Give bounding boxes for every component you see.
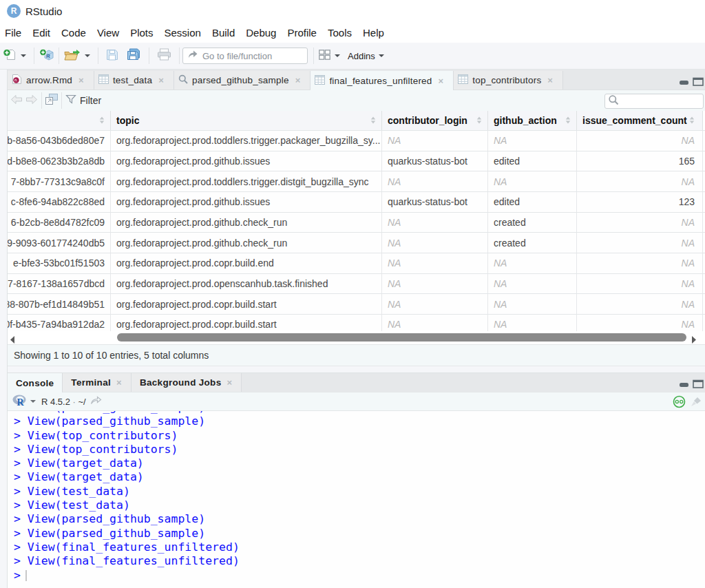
column-header-label: github_action xyxy=(494,115,565,126)
console-tab-terminal[interactable]: Terminal× xyxy=(63,373,131,392)
filter-button[interactable]: Filter xyxy=(80,95,101,106)
horizontal-scrollbar[interactable] xyxy=(8,331,705,344)
cell-github_action: created xyxy=(488,213,577,233)
open-recent-dropdown[interactable] xyxy=(81,45,94,66)
close-tab-icon[interactable]: × xyxy=(158,75,165,85)
open-directory-icon[interactable] xyxy=(90,395,102,408)
goto-file-input[interactable]: Go to file/function xyxy=(182,48,308,64)
data-table-icon xyxy=(315,75,325,87)
cell-topic: org.fedoraproject.prod.github.check_run xyxy=(111,213,382,233)
r-logo-icon[interactable]: R xyxy=(12,395,28,409)
column-header-contributor_login[interactable]: contributor_login xyxy=(382,111,488,130)
table-row: 88-807b-ef1d14849b51org.fedoraproject.pr… xyxy=(8,294,705,315)
print-button[interactable] xyxy=(156,45,172,66)
addins-button[interactable]: Addins xyxy=(348,51,375,61)
close-tab-icon[interactable]: × xyxy=(295,75,302,85)
scrollbar-thumb[interactable] xyxy=(117,333,686,342)
console-line: > View(parsed_github_sample) xyxy=(14,527,705,540)
data-table-icon xyxy=(458,74,468,86)
clear-console-icon[interactable] xyxy=(691,397,702,410)
scroll-left-icon[interactable] xyxy=(10,334,15,346)
editor-tab-final_features_unfiltered[interactable]: final_features_unfiltered× xyxy=(311,71,454,90)
scroll-right-icon[interactable] xyxy=(691,334,697,346)
back-icon[interactable] xyxy=(10,94,23,107)
addins-dropdown[interactable] xyxy=(375,45,388,66)
maximize-pane-icon[interactable] xyxy=(693,379,704,391)
console-tab-console[interactable]: Console xyxy=(8,373,63,392)
cell-id: 0b-8a56-043b6ded80e7 xyxy=(8,131,111,151)
minimize-pane-icon[interactable] xyxy=(679,379,689,391)
cell-github_action: NA xyxy=(488,294,577,314)
cell-contributor_login: NA xyxy=(382,233,488,253)
forward-icon[interactable] xyxy=(25,94,38,107)
editor-tab-parsed_github_sample[interactable]: parsed_github_sample× xyxy=(174,71,311,90)
save-all-button[interactable] xyxy=(126,45,142,66)
cell-topic: org.fedoraproject.prod.copr.build.start xyxy=(111,315,382,331)
cell-contributor_login: NA xyxy=(382,171,488,191)
table-search-input[interactable] xyxy=(604,94,704,109)
console-line: > View(target_data) xyxy=(14,470,705,484)
menu-session[interactable]: Session xyxy=(159,25,207,41)
new-file-button[interactable] xyxy=(2,45,17,66)
popout-window-icon[interactable] xyxy=(45,94,58,107)
console-line: > View(final_features_unfiltered) xyxy=(14,540,705,554)
editor-tab-top_contributors[interactable]: top_contributors× xyxy=(454,71,563,90)
menu-profile[interactable]: Profile xyxy=(282,25,322,41)
cell-contributor_login: quarkus-status-bot xyxy=(382,151,488,171)
editor-tab-label: top_contributors xyxy=(472,75,541,85)
new-file-dropdown[interactable] xyxy=(17,45,30,66)
editor-tab-bar: arrow.Rmd×test_data×parsed_github_sample… xyxy=(8,70,705,90)
cell-contributor_login: NA xyxy=(382,213,488,233)
column-header-issue_comment_count[interactable]: issue_comment_count xyxy=(577,111,703,130)
menu-code[interactable]: Code xyxy=(56,25,92,41)
menu-debug[interactable]: Debug xyxy=(240,25,282,41)
table-status-bar: Showing 1 to 10 of 10 entries, 5 total c… xyxy=(8,344,705,366)
rstudio-window: R RStudio FileEditCodeViewPlotsSessionBu… xyxy=(0,0,705,588)
close-tab-icon[interactable]: × xyxy=(78,75,85,85)
editor-tab-test_data[interactable]: test_data× xyxy=(94,71,174,90)
column-header-rownames[interactable] xyxy=(8,111,111,130)
cell-contributor_login: NA xyxy=(382,315,488,331)
minimize-pane-icon[interactable] xyxy=(679,76,689,89)
cell-topic: org.fedoraproject.prod.github.issues xyxy=(111,151,382,171)
column-header-label: contributor_login xyxy=(388,115,476,126)
menu-edit[interactable]: Edit xyxy=(27,25,56,41)
data-table-icon xyxy=(98,74,109,86)
menu-tools[interactable]: Tools xyxy=(322,25,357,41)
editor-tab-arrow.Rmd[interactable]: arrow.Rmd× xyxy=(8,71,94,90)
editor-tab-label: parsed_github_sample xyxy=(192,75,289,85)
cell-issue_comment_count: NA xyxy=(577,294,703,314)
cell-issue_comment_count: NA xyxy=(577,233,703,253)
menu-plots[interactable]: Plots xyxy=(125,25,158,41)
cell-contributor_login: quarkus-status-bot xyxy=(382,192,488,212)
panes-dropdown[interactable] xyxy=(331,45,344,66)
new-project-button[interactable]: R xyxy=(39,45,54,66)
workspace-panes-button[interactable] xyxy=(318,45,331,66)
menu-help[interactable]: Help xyxy=(357,25,390,41)
close-tab-icon[interactable]: × xyxy=(116,377,123,388)
cell-github_action: created xyxy=(488,233,577,253)
cell-issue_comment_count: NA xyxy=(577,274,703,294)
menu-file[interactable]: File xyxy=(0,25,27,41)
open-file-button[interactable] xyxy=(63,45,81,66)
console-tab-background-jobs[interactable]: Background Jobs× xyxy=(131,373,242,392)
save-button[interactable] xyxy=(105,45,119,66)
title-bar: R RStudio xyxy=(0,0,705,22)
memory-usage-icon[interactable] xyxy=(672,395,686,411)
table-row: 7-8167-138a1657dbcdorg.fedoraproject.pro… xyxy=(8,274,705,295)
console-line: > View(final_features_unfiltered) xyxy=(14,554,705,568)
close-tab-icon[interactable]: × xyxy=(547,75,554,85)
console-prompt-line: > xyxy=(14,569,705,582)
cell-contributor_login: NA xyxy=(382,294,488,314)
close-tab-icon[interactable]: × xyxy=(226,377,233,388)
menu-view[interactable]: View xyxy=(92,25,125,41)
column-header-topic[interactable]: topic xyxy=(111,111,382,130)
table-header-row: topiccontributor_logingithub_actionissue… xyxy=(8,111,705,131)
data-viewer-toolbar: Filter xyxy=(8,90,705,111)
svg-text:R: R xyxy=(46,53,50,59)
menu-build[interactable]: Build xyxy=(207,25,240,41)
maximize-pane-icon[interactable] xyxy=(693,76,704,89)
close-tab-icon[interactable]: × xyxy=(438,76,445,86)
column-header-github_action[interactable]: github_action xyxy=(488,111,577,130)
sort-icon xyxy=(476,115,482,126)
